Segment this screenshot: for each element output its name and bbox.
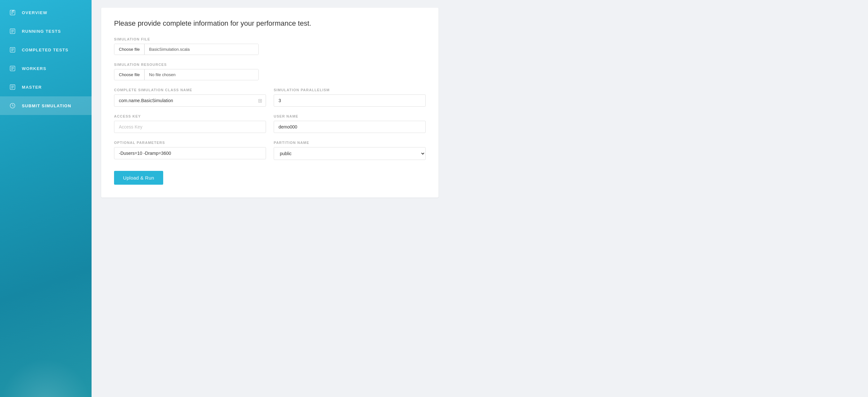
list-icon-master [9, 84, 16, 91]
simulation-file-label: SIMULATION FILE [114, 37, 426, 41]
sidebar-item-completed-tests[interactable]: COMPLETED TESTS [0, 40, 92, 59]
table-icon: ⊞ [258, 98, 262, 104]
sidebar-item-submit-simulation[interactable]: SUBMIT SIMULATION [0, 96, 92, 115]
simulation-resources-input-row: Choose file No file chosen [114, 69, 258, 80]
optional-params-col: OPTIONAL PARAMETERS [114, 141, 266, 160]
access-username-group: ACCESS KEY USER NAME [114, 114, 426, 133]
optional-params-label: OPTIONAL PARAMETERS [114, 141, 266, 145]
parallelism-label: SIMULATION PARALLELISM [274, 88, 426, 92]
simulation-file-name: BasicSimulation.scala [145, 44, 258, 55]
username-col: USER NAME [274, 114, 426, 133]
access-key-input[interactable] [114, 121, 266, 133]
edit-icon [9, 9, 16, 16]
sidebar-item-running-tests-label: RUNNING TESTS [22, 29, 61, 34]
class-parallelism-group: COMPLETE SIMULATION CLASS NAME ⊞ SIMULAT… [114, 88, 426, 106]
form-card: Please provide complete information for … [101, 8, 438, 197]
sidebar-item-master-label: MASTER [22, 85, 42, 90]
access-key-label: ACCESS KEY [114, 114, 266, 118]
username-label: USER NAME [274, 114, 426, 118]
username-input[interactable] [274, 121, 426, 133]
class-name-label: COMPLETE SIMULATION CLASS NAME [114, 88, 266, 92]
sidebar-item-workers[interactable]: WORKERS [0, 59, 92, 78]
simulation-file-choose-button[interactable]: Choose file [114, 44, 145, 55]
parallelism-col: SIMULATION PARALLELISM [274, 88, 426, 106]
sidebar-item-master[interactable]: MASTER [0, 78, 92, 96]
simulation-file-input-row: Choose file BasicSimulation.scala [114, 44, 258, 55]
optional-params-input[interactable] [114, 147, 266, 159]
optional-partition-group: OPTIONAL PARAMETERS PARTITION NAME publi… [114, 141, 426, 160]
sidebar-item-workers-label: WORKERS [22, 66, 46, 71]
list-icon-workers [9, 65, 16, 72]
class-name-col: COMPLETE SIMULATION CLASS NAME ⊞ [114, 88, 266, 106]
upload-run-button[interactable]: Upload & Run [114, 171, 163, 185]
main-content: Please provide complete information for … [92, 0, 868, 397]
sidebar-item-completed-tests-label: COMPLETED TESTS [22, 48, 68, 52]
svg-line-22 [12, 106, 13, 106]
sidebar-item-running-tests[interactable]: RUNNING TESTS [0, 22, 92, 40]
clock-icon [9, 102, 16, 109]
parallelism-input[interactable] [274, 94, 426, 106]
sidebar-item-overview-label: OVERVIEW [22, 10, 47, 15]
simulation-file-group: SIMULATION FILE Choose file BasicSimulat… [114, 37, 426, 55]
page-title: Please provide complete information for … [114, 19, 426, 28]
simulation-resources-label: SIMULATION RESOURCES [114, 63, 426, 66]
partition-name-label: PARTITION NAME [274, 141, 426, 145]
partition-name-col: PARTITION NAME public [274, 141, 426, 160]
sidebar: OVERVIEW RUNNING TESTS COMPLETED TESTS [0, 0, 92, 397]
class-name-input[interactable] [114, 94, 266, 106]
list-icon-completed [9, 46, 16, 53]
sidebar-item-overview[interactable]: OVERVIEW [0, 3, 92, 22]
partition-name-select[interactable]: public [274, 147, 426, 160]
access-key-col: ACCESS KEY [114, 114, 266, 133]
simulation-resources-file-name: No file chosen [145, 69, 258, 80]
simulation-resources-choose-button[interactable]: Choose file [114, 69, 145, 80]
list-icon-running [9, 28, 16, 35]
class-name-input-wrapper: ⊞ [114, 94, 266, 106]
sidebar-item-submit-simulation-label: SUBMIT SIMULATION [22, 103, 71, 108]
simulation-resources-group: SIMULATION RESOURCES Choose file No file… [114, 63, 426, 80]
